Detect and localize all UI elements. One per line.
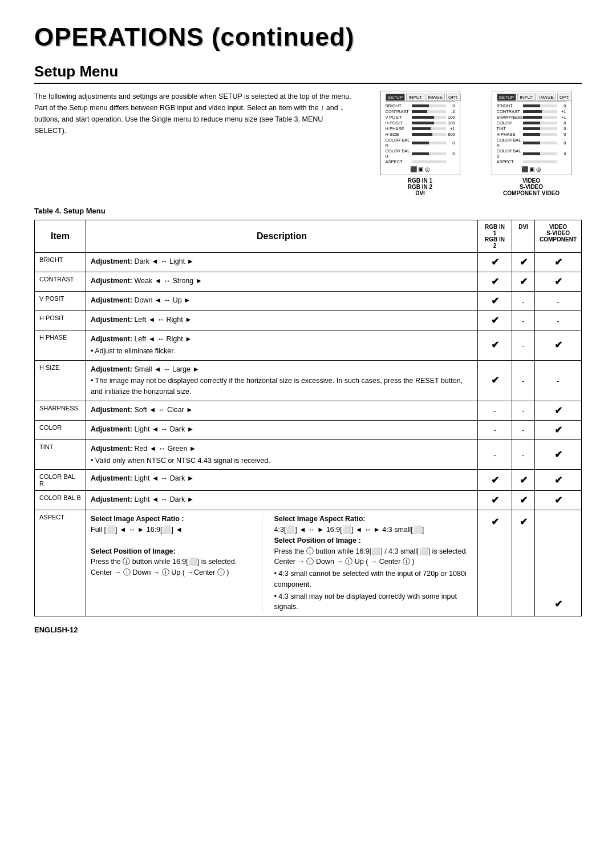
desc-sharpness: Adjustment: Soft ◄ ↔ Clear ► [86,401,478,420]
desc-tint: Adjustment: Red ◄ ↔ Green ► • Valid only… [86,439,478,470]
check-bright-dvi: ✔ [512,253,535,272]
desc-hphase: Adjustment: Left ◄ ↔ Right ► • Adjust to… [86,330,478,361]
check-vposit-video: - [535,292,582,311]
table-row: ASPECT Select Image Aspect Ratio : Full … [35,510,582,616]
check-bright-rgb: ✔ [478,253,512,272]
setup-table: Item Description RGB IN 1RGB IN 2 DVI VI… [34,220,582,616]
item-vposit: V POSIT [35,292,86,311]
check-colorbalr-rgb: ✔ [478,470,512,491]
check-colorbalr-video: ✔ [535,470,582,491]
check-hsize-video: - [535,360,582,401]
desc-colorbalb: Adjustment: Light ◄ ↔ Dark ► [86,491,478,510]
table-label: Table 4. Setup Menu [34,207,582,215]
check-hposit-dvi: - [512,311,535,330]
check-colorbalb-rgb: ✔ [478,491,512,510]
desc-aspect: Select Image Aspect Ratio : Full [⬜] ◄ ↔… [86,510,478,616]
check-hsize-dvi: - [512,360,535,401]
table-row: H POSIT Adjustment: Left ◄ ↔ Right ► ✔ -… [35,311,582,330]
item-bright: BRIGHT [35,253,86,272]
section-title: Setup Menu [34,63,582,84]
check-sharpness-dvi: - [512,401,535,420]
check-vposit-rgb: ✔ [478,292,512,311]
check-color-rgb: - [478,420,512,439]
check-hphase-dvi: - [512,330,535,361]
intro-text: The following adjustments and settings a… [34,91,352,196]
header-description: Description [86,220,478,253]
table-row: BRIGHT Adjustment: Dark ◄ ↔ Light ► ✔ ✔ … [35,253,582,272]
desc-color: Adjustment: Light ◄ ↔ Dark ► [86,420,478,439]
page-footer: ENGLISH-12 [34,626,582,634]
desc-hposit: Adjustment: Left ◄ ↔ Right ► [86,311,478,330]
header-rgb: RGB IN 1RGB IN 2 [478,220,512,253]
table-row: H SIZE Adjustment: Small ◄ ↔ Large ► • T… [35,360,582,401]
check-contrast-video: ✔ [535,272,582,292]
check-color-dvi: - [512,420,535,439]
check-hposit-rgb: ✔ [478,311,512,330]
item-color: COLOR [35,420,86,439]
check-hsize-rgb: ✔ [478,360,512,401]
page-title: OPERATIONS (continued) [34,23,582,51]
table-row: COLOR Adjustment: Light ◄ ↔ Dark ► - - ✔ [35,420,582,439]
check-contrast-dvi: ✔ [512,272,535,292]
desc-contrast: Adjustment: Weak ◄ ↔ Strong ► [86,272,478,292]
desc-colorbalr: Adjustment: Light ◄ ↔ Dark ► [86,470,478,491]
check-contrast-rgb: ✔ [478,272,512,292]
check-sharpness-video: ✔ [535,401,582,420]
menu-image-rgb: SETUP INPUT IMAGE OPT. BRIGHT0 CONTRAST-… [370,91,471,196]
table-row: H PHASE Adjustment: Left ◄ ↔ Right ► • A… [35,330,582,361]
table-row: TINT Adjustment: Red ◄ ↔ Green ► • Valid… [35,439,582,470]
check-colorbalr-dvi: ✔ [512,470,535,491]
item-hsize: H SIZE [35,360,86,401]
item-hphase: H PHASE [35,330,86,361]
check-aspect-video: ✔ [535,510,582,616]
table-row: SHARPNESS Adjustment: Soft ◄ ↔ Clear ► -… [35,401,582,420]
check-tint-rgb: - [478,439,512,470]
check-aspect-dvi: ✔ [512,510,535,616]
item-colorbalb: COLOR BAL B [35,491,86,510]
header-video: VIDEOS-VIDEOCOMPONENT [535,220,582,253]
check-aspect-rgb: ✔ [478,510,512,616]
menu-caption-rgb: RGB IN 1RGB IN 2DVI [408,178,432,196]
desc-hsize: Adjustment: Small ◄ ↔ Large ► • The imag… [86,360,478,401]
table-row: CONTRAST Adjustment: Weak ◄ ↔ Strong ► ✔… [35,272,582,292]
check-colorbalb-dvi: ✔ [512,491,535,510]
menu-image-video: SETUP INPUT IMAGE OPT. BRIGHT0 CONTRAST+… [481,91,582,196]
check-colorbalb-video: ✔ [535,491,582,510]
check-color-video: ✔ [535,420,582,439]
item-tint: TINT [35,439,86,470]
item-sharpness: SHARPNESS [35,401,86,420]
table-row: COLOR BAL R Adjustment: Light ◄ ↔ Dark ►… [35,470,582,491]
check-tint-dvi: - [512,439,535,470]
check-sharpness-rgb: - [478,401,512,420]
check-bright-video: ✔ [535,253,582,272]
item-colorbalr: COLOR BAL R [35,470,86,491]
menu-caption-video: VIDEOS-VIDEOCOMPONENT VIDEO [503,178,560,196]
table-row: COLOR BAL B Adjustment: Light ◄ ↔ Dark ►… [35,491,582,510]
check-vposit-dvi: - [512,292,535,311]
table-row: V POSIT Adjustment: Down ◄ ↔ Up ► ✔ - - [35,292,582,311]
check-hposit-video: - [535,311,582,330]
header-item: Item [35,220,86,253]
check-hphase-video: ✔ [535,330,582,361]
item-contrast: CONTRAST [35,272,86,292]
desc-bright: Adjustment: Dark ◄ ↔ Light ► [86,253,478,272]
check-tint-video: ✔ [535,439,582,470]
desc-vposit: Adjustment: Down ◄ ↔ Up ► [86,292,478,311]
item-hposit: H POSIT [35,311,86,330]
header-dvi: DVI [512,220,535,253]
check-hphase-rgb: ✔ [478,330,512,361]
item-aspect: ASPECT [35,510,86,616]
